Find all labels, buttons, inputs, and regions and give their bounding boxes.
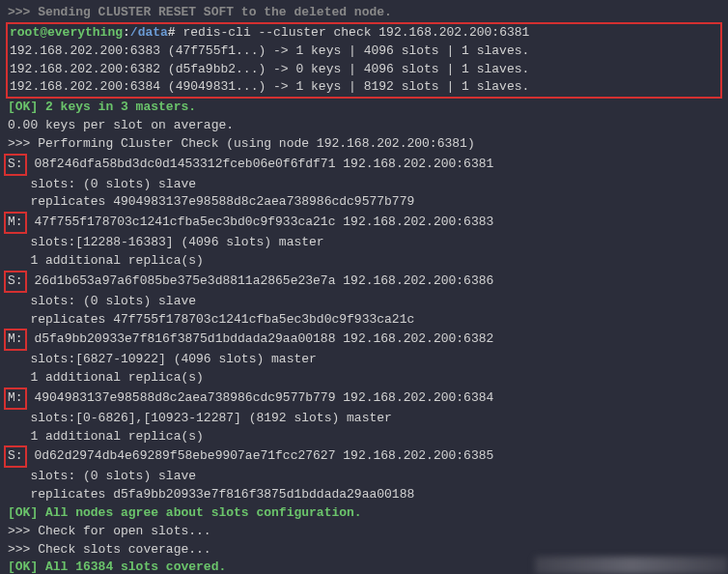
prompt-user-host: root@everything <box>10 25 123 40</box>
summary-row: 192.168.202.200:6383 (47f755f1...) -> 1 … <box>10 43 718 61</box>
node-row: M: 4904983137e98588d8c2aea738986cdc9577b… <box>8 387 720 410</box>
node-detail: slots: (0 slots) slave <box>8 468 720 486</box>
node-tag: M: <box>4 329 27 351</box>
prompt-path: /data <box>130 25 168 40</box>
node-detail: 1 additional replica(s) <box>8 252 720 271</box>
node-row: M: 47f755f178703c1241cfba5ec3bd0c9f933ca… <box>8 212 720 234</box>
node-detail: slots: (0 slots) slave <box>8 176 720 194</box>
node-detail: replicates 47f755f178703c1241cfba5ec3bd0… <box>8 311 720 330</box>
obscured-region <box>535 557 728 574</box>
node-detail: slots: (0 slots) slave <box>8 293 720 311</box>
header-message: >>> Sending CLUSTER RESET SOFT to the de… <box>8 4 720 22</box>
node-tag: S: <box>4 445 27 468</box>
node-detail: slots:[12288-16383] (4096 slots) master <box>8 234 720 252</box>
ok-keys-masters: [OK] 2 keys in 3 masters. <box>8 99 720 117</box>
node-detail: 1 additional replica(s) <box>8 369 720 387</box>
node-detail: replicates 4904983137e98588d8c2aea738986… <box>8 193 720 212</box>
node-row: M: d5fa9bb20933e7f816f3875d1bddada29aa00… <box>8 329 720 351</box>
command-text: redis-cli --cluster check 192.168.202.20… <box>182 25 529 40</box>
summary-row: 192.168.202.200:6384 (49049831...) -> 1 … <box>10 78 718 97</box>
node-detail: 1 additional replica(s) <box>8 428 720 446</box>
command-line: root@everything:/data# redis-cli --clust… <box>10 24 718 43</box>
nodes-block: S: 08f246dfa58bd3dc0d1453312fceb06e0f6fd… <box>8 154 720 504</box>
ok-slots-agree: [OK] All nodes agree about slots configu… <box>8 504 720 523</box>
node-row: S: 0d62d2974db4e69289f58ebe9907ae71fcc27… <box>8 445 720 468</box>
node-detail: replicates d5fa9bb20933e7f816f3875d1bdda… <box>8 486 720 504</box>
node-tag: S: <box>4 271 27 293</box>
performing-check: >>> Performing Cluster Check (using node… <box>8 135 720 154</box>
node-detail: slots:[6827-10922] (4096 slots) master <box>8 351 720 369</box>
node-tag: S: <box>4 154 27 176</box>
avg-keys: 0.00 keys per slot on average. <box>8 117 720 135</box>
node-tag: M: <box>4 387 27 410</box>
red-highlight-top: root@everything:/data# redis-cli --clust… <box>6 22 722 99</box>
node-row: S: 26d1b653a97a6f085be375e3d8811a2865e23… <box>8 271 720 293</box>
node-detail: slots:[0-6826],[10923-12287] (8192 slots… <box>8 410 720 428</box>
summary-row: 192.168.202.200:6382 (d5fa9bb2...) -> 0 … <box>10 61 718 79</box>
node-row: S: 08f246dfa58bd3dc0d1453312fceb06e0f6fd… <box>8 154 720 176</box>
node-tag: M: <box>4 212 27 234</box>
check-open-slots: >>> Check for open slots... <box>8 523 720 541</box>
